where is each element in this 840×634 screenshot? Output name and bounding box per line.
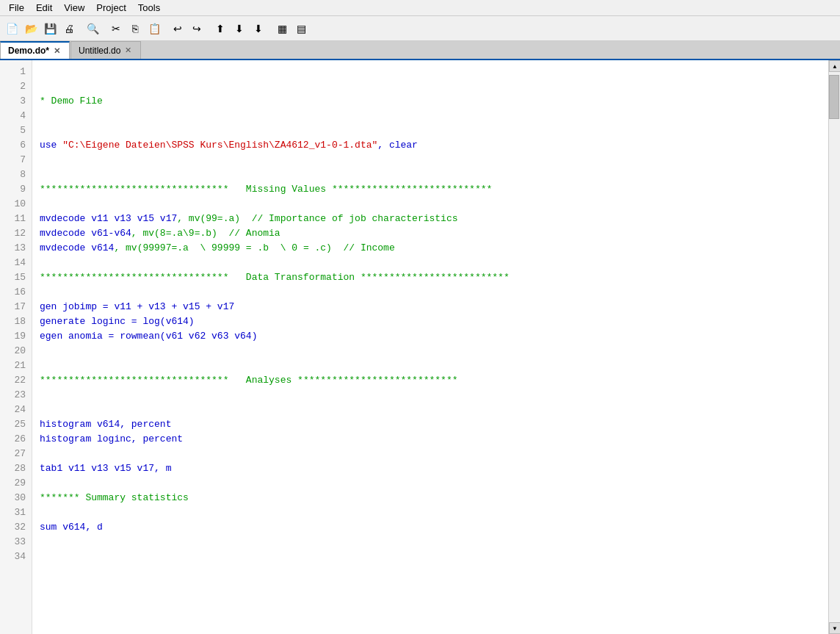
line-number-26: 26 (0, 432, 32, 447)
line-number-8: 8 (0, 167, 32, 182)
menu-edit[interactable]: Edit (30, 1, 58, 15)
line-number-21: 21 (0, 359, 32, 373)
line-number-25: 25 (0, 417, 32, 432)
copy-button[interactable]: ⎘ (126, 20, 144, 37)
line-number-10: 10 (0, 197, 32, 212)
code-line-13: mvdecode v614, mv(99997=.a \ 99999 = .b … (40, 241, 821, 256)
code-line-31 (40, 505, 821, 520)
toolbar: 📄 📂 💾 🖨 🔍 ✂ ⎘ 📋 ↩ ↪ ⬆ ⬇ ⬇ ▦ ▤ (0, 16, 840, 41)
code-line-19: egen anomia = rowmean(v61 v62 v63 v64) (40, 329, 821, 344)
scroll-track[interactable] (829, 72, 840, 622)
line-number-16: 16 (0, 285, 32, 300)
cut-button[interactable]: ✂ (107, 20, 125, 37)
tab-untitled[interactable]: Untitled.do ✕ (70, 41, 141, 59)
code-line-15: ********************************* Data T… (40, 270, 821, 285)
tab-demo-label: Demo.do* (8, 46, 49, 56)
code-line-32: sum v614, d (40, 520, 821, 535)
code-editor[interactable]: * Demo File use "C:\Eigene Dateien\SPSS … (32, 60, 828, 634)
redo-button[interactable]: ↪ (188, 20, 206, 37)
code-line-21 (40, 359, 821, 373)
view2-button[interactable]: ▤ (292, 20, 310, 37)
tab-untitled-close[interactable]: ✕ (123, 46, 133, 55)
code-line-7 (40, 153, 821, 167)
moveup-button[interactable]: ⬆ (211, 20, 229, 37)
line-number-6: 6 (0, 138, 32, 153)
vertical-scrollbar[interactable]: ▲ ▼ (828, 60, 840, 634)
code-line-3: * Demo File (40, 94, 821, 109)
code-line-26: histogram loginc, percent (40, 432, 821, 447)
line-numbers: 1234567891011121314151617181920212223242… (0, 60, 32, 634)
paste-button[interactable]: 📋 (145, 20, 163, 37)
menu-file[interactable]: File (3, 1, 30, 15)
tab-untitled-label: Untitled.do (79, 46, 120, 56)
line-number-27: 27 (0, 447, 32, 461)
code-line-11: mvdecode v11 v13 v15 v17, mv(99=.a) // I… (40, 212, 821, 226)
line-number-11: 11 (0, 212, 32, 226)
line-number-1: 1 (0, 65, 32, 79)
editor-container: 1234567891011121314151617181920212223242… (0, 60, 840, 634)
code-line-25: histogram v614, percent (40, 417, 821, 432)
line-number-28: 28 (0, 461, 32, 476)
line-number-22: 22 (0, 373, 32, 388)
tab-demo[interactable]: Demo.do* ✕ (0, 41, 70, 59)
code-line-34 (40, 550, 821, 564)
scroll-up-arrow[interactable]: ▲ (829, 60, 840, 72)
code-line-1 (40, 65, 821, 79)
code-line-5 (40, 123, 821, 138)
line-number-15: 15 (0, 270, 32, 285)
line-number-2: 2 (0, 79, 32, 94)
code-line-14 (40, 256, 821, 270)
line-number-32: 32 (0, 520, 32, 535)
new-button[interactable]: 📄 (3, 20, 21, 37)
line-number-9: 9 (0, 182, 32, 197)
code-line-6: use "C:\Eigene Dateien\SPSS Kurs\English… (40, 138, 821, 153)
print-button[interactable]: 🖨 (60, 20, 78, 37)
scroll-down-arrow[interactable]: ▼ (829, 622, 840, 634)
code-line-30: ******* Summary statistics (40, 491, 821, 505)
menubar: File Edit View Project Tools (0, 0, 840, 16)
line-number-30: 30 (0, 491, 32, 505)
code-line-23 (40, 388, 821, 403)
line-number-19: 19 (0, 329, 32, 344)
code-line-20 (40, 344, 821, 359)
menu-project[interactable]: Project (90, 1, 131, 15)
line-number-23: 23 (0, 388, 32, 403)
line-number-17: 17 (0, 300, 32, 314)
code-line-29 (40, 476, 821, 491)
tab-demo-close[interactable]: ✕ (52, 46, 62, 56)
line-number-3: 3 (0, 94, 32, 109)
view1-button[interactable]: ▦ (273, 20, 291, 37)
line-number-18: 18 (0, 314, 32, 329)
code-line-33 (40, 535, 821, 550)
code-line-10 (40, 197, 821, 212)
line-number-4: 4 (0, 109, 32, 123)
code-line-8 (40, 167, 821, 182)
undo-button[interactable]: ↩ (169, 20, 187, 37)
movedown-button[interactable]: ⬇ (231, 20, 248, 37)
run-button[interactable]: ⬇ (250, 20, 267, 37)
code-line-9: ********************************* Missin… (40, 182, 821, 197)
line-number-14: 14 (0, 256, 32, 270)
line-number-24: 24 (0, 403, 32, 417)
code-line-22: ********************************* Analys… (40, 373, 821, 388)
menu-view[interactable]: View (58, 1, 90, 15)
code-line-18: generate loginc = log(v614) (40, 314, 821, 329)
find-button[interactable]: 🔍 (84, 20, 101, 37)
code-line-17: gen jobimp = v11 + v13 + v15 + v17 (40, 300, 821, 314)
line-number-33: 33 (0, 535, 32, 550)
open-button[interactable]: 📂 (22, 20, 40, 37)
line-number-13: 13 (0, 241, 32, 256)
line-number-29: 29 (0, 476, 32, 491)
line-number-20: 20 (0, 344, 32, 359)
code-line-12: mvdecode v61-v64, mv(8=.a\9=.b) // Anomi… (40, 226, 821, 241)
code-line-16 (40, 285, 821, 300)
line-number-31: 31 (0, 505, 32, 520)
menu-tools[interactable]: Tools (132, 1, 166, 15)
code-line-2 (40, 79, 821, 94)
save-button[interactable]: 💾 (41, 20, 59, 37)
line-number-34: 34 (0, 550, 32, 564)
code-line-4 (40, 109, 821, 123)
code-line-24 (40, 403, 821, 417)
scroll-thumb[interactable] (829, 75, 839, 119)
tabbar: Demo.do* ✕ Untitled.do ✕ (0, 41, 840, 60)
